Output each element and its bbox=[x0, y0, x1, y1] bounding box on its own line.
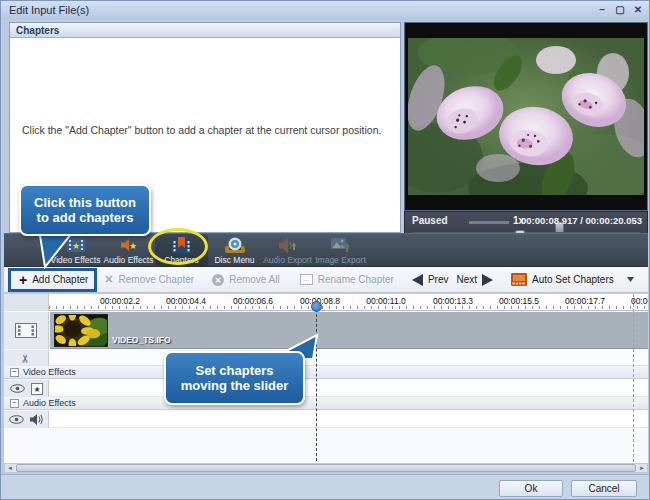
close-button[interactable]: ✕ bbox=[631, 3, 645, 17]
video-preview bbox=[404, 22, 648, 211]
tab-disc-menu[interactable]: Disc Menu bbox=[208, 234, 261, 266]
titlebar: Edit Input File(s) – ▢ ✕ bbox=[1, 1, 650, 20]
dropdown-caret-icon bbox=[627, 277, 634, 282]
timeline: 00:00:02.2 00:00:04.4 00:00:06.6 00:00:0… bbox=[4, 294, 648, 463]
remove-x-icon: ✕ bbox=[104, 273, 113, 286]
tab-audio-export: Audio Export bbox=[261, 234, 314, 266]
callout-add-chapters: Click this button to add chapters bbox=[19, 184, 151, 236]
collapse-video-effects-icon[interactable]: − bbox=[10, 368, 19, 377]
svg-text:✕: ✕ bbox=[215, 276, 222, 285]
prev-chapter-button[interactable]: Prev bbox=[408, 269, 453, 291]
scissors-track[interactable] bbox=[50, 350, 648, 366]
minimize-button[interactable]: – bbox=[595, 3, 609, 17]
disc-menu-icon bbox=[225, 236, 245, 254]
scissors-icon: ✂ bbox=[20, 353, 33, 362]
ruler-tick: 00:00:17.7 bbox=[561, 296, 609, 306]
rename-icon: … bbox=[300, 274, 313, 285]
collapse-audio-effects-icon[interactable]: − bbox=[10, 399, 19, 408]
timeline-cursor-line bbox=[316, 304, 317, 461]
next-chapter-button[interactable]: Next bbox=[452, 269, 497, 291]
audio-effects-row-header: − Audio Effects bbox=[4, 397, 648, 410]
ok-button[interactable]: Ok bbox=[499, 480, 563, 497]
rename-chapter-button: … Rename Chapter bbox=[296, 269, 398, 291]
svg-text:★: ★ bbox=[33, 385, 40, 394]
timeline-ruler[interactable]: 00:00:02.2 00:00:04.4 00:00:06.6 00:00:0… bbox=[49, 294, 648, 311]
image-export-icon bbox=[331, 236, 350, 254]
chapters-panel-header: Chapters bbox=[10, 23, 400, 38]
audio-effects-track[interactable] bbox=[50, 411, 648, 428]
callout-set-chapters: Set chapters moving the slider bbox=[164, 351, 305, 405]
chapters-hint-text: Click the "Add Chapter" button to add a … bbox=[22, 124, 394, 136]
eye-icon[interactable] bbox=[9, 415, 24, 424]
auto-set-chapters-icon bbox=[511, 273, 527, 286]
chapters-tab-highlight bbox=[148, 228, 208, 265]
tab-audio-effects[interactable]: ★ Audio Effects bbox=[102, 234, 155, 266]
speed-slider[interactable] bbox=[469, 221, 509, 224]
chapter-toolbar: + Add Chapter ✕ Remove Chapter ✕ Remove … bbox=[4, 267, 648, 293]
clip-label: VIDEO_TS.IFO bbox=[112, 335, 171, 345]
edit-input-files-dialog: Edit Input File(s) – ▢ ✕ Chapters Click … bbox=[0, 0, 650, 500]
ruler-tick: 00:00:19.9 bbox=[627, 296, 648, 306]
scroll-left-icon[interactable]: ◄ bbox=[5, 464, 15, 472]
eye-icon[interactable] bbox=[10, 384, 25, 393]
feature-tabbar: ★ Video Effects ★ Audio Effects Chapters… bbox=[4, 233, 648, 267]
auto-set-chapters-button[interactable]: Auto Set Chapters bbox=[507, 269, 638, 291]
window-title: Edit Input File(s) bbox=[9, 4, 89, 16]
svg-text:★: ★ bbox=[128, 241, 136, 251]
footer: Ok Cancel bbox=[1, 474, 650, 500]
audio-effects-icon: ★ bbox=[121, 236, 137, 254]
video-effects-track[interactable] bbox=[50, 380, 648, 397]
video-effects-row-header: − Video Effects bbox=[4, 366, 648, 379]
ruler-tick: 00:00:02.2 bbox=[96, 296, 144, 306]
next-arrow-icon bbox=[482, 274, 493, 286]
timeline-end-marker bbox=[633, 294, 634, 462]
cancel-button[interactable]: Cancel bbox=[571, 480, 637, 497]
add-chapter-highlight bbox=[8, 268, 97, 292]
clip-thumbnail-sunflower[interactable] bbox=[54, 314, 108, 347]
tab-image-export: Image Export bbox=[314, 234, 367, 266]
scrollbar-thumb[interactable] bbox=[16, 464, 636, 472]
video-track[interactable]: VIDEO_TS.IFO bbox=[50, 312, 648, 349]
speaker-icon[interactable] bbox=[30, 414, 43, 425]
timeline-scrollbar[interactable]: ◄ ► bbox=[4, 463, 648, 473]
timeline-cursor-thumb[interactable] bbox=[311, 301, 322, 312]
maximize-button[interactable]: ▢ bbox=[613, 3, 627, 17]
remove-all-button: ✕ Remove All bbox=[208, 269, 284, 291]
video-frame-foxglove-flowers bbox=[408, 38, 644, 195]
audio-export-icon bbox=[279, 236, 297, 254]
remove-all-icon: ✕ bbox=[212, 274, 224, 286]
effect-star-icon[interactable]: ★ bbox=[31, 383, 43, 395]
time-display: 00:00:08.917 / 00:00:20.053 bbox=[521, 215, 642, 226]
prev-arrow-icon bbox=[412, 274, 423, 286]
ruler-tick: 00:00:11.0 bbox=[362, 296, 410, 306]
ruler-tick: 00:00:06.6 bbox=[229, 296, 277, 306]
playback-status: Paused bbox=[412, 215, 448, 226]
ruler-tick: 00:00:15.5 bbox=[495, 296, 543, 306]
remove-chapter-button: ✕ Remove Chapter bbox=[100, 269, 198, 291]
svg-text:…: … bbox=[303, 275, 310, 282]
ruler-tick: 00:00:13.3 bbox=[429, 296, 477, 306]
ruler-tick: 00:00:04.4 bbox=[162, 296, 210, 306]
video-track-icon bbox=[15, 323, 37, 338]
scroll-right-icon[interactable]: ► bbox=[637, 464, 647, 472]
